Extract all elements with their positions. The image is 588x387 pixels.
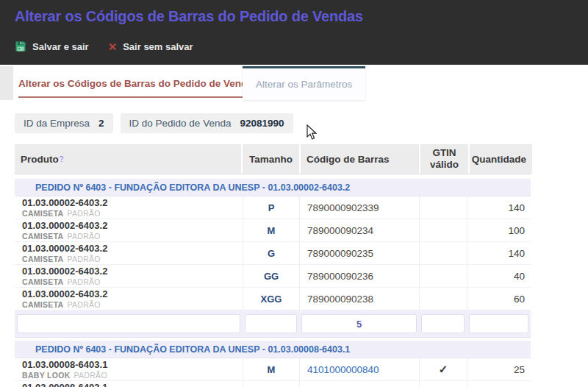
exit-without-saving-label: Sair sem salvar [123, 41, 193, 52]
gtin-valid-cell [419, 196, 467, 219]
table-row: 01.03.00002-6403.2CAMISETAPADRÃOM7890000… [15, 219, 531, 242]
gtin-valid-cell [419, 242, 467, 264]
product-code: 01.03.00008-6403.1 [22, 360, 107, 371]
table-row: 01.03.00002-6403.2CAMISETAPADRÃOGG789000… [15, 265, 531, 288]
barcode-cell[interactable]: 789000090238 [299, 288, 419, 310]
column-header-produto: Produto? [15, 144, 241, 174]
barcode-cell[interactable]: 7890000902339 [299, 196, 419, 219]
product-name: CAMISETA [22, 209, 63, 218]
quantity-cell [467, 381, 531, 387]
product-cell: 01.03.00002-6403.2CAMISETAPADRÃO [15, 242, 243, 264]
table-row: 01.03.00008-6403.1BABY LOOKPADRÃO✓ [15, 381, 531, 387]
product-description: CAMISETAPADRÃO [22, 300, 101, 310]
product-name: CAMISETA [22, 277, 63, 286]
size-cell: M [243, 358, 299, 380]
save-and-exit-label: Salvar e sair [32, 41, 89, 52]
product-cell: 01.03.00002-6403.2CAMISETAPADRÃO [15, 196, 243, 219]
gtin-valid-cell [419, 265, 467, 287]
product-cell: 01.03.00008-6403.1BABY LOOKPADRÃO [15, 381, 243, 387]
order-group-header: PEDIDO Nº 6403 - FUNDAÇÃO EDITORA DA UNE… [15, 179, 531, 196]
summary-cell: 5 [299, 310, 419, 337]
product-variant: PADRÃO [67, 209, 100, 218]
product-code: 01.03.00002-6403.2 [22, 198, 107, 209]
product-variant: PADRÃO [67, 300, 100, 309]
table-row: 01.03.00002-6403.2CAMISETAPADRÃOG7890000… [15, 242, 531, 265]
column-header-gtin-valido: GTIN válido [420, 144, 468, 174]
product-code: 01.03.00002-6403.2 [22, 266, 107, 277]
product-variant: PADRÃO [67, 277, 100, 286]
product-code: 01.03.00002-6403.2 [22, 244, 107, 255]
product-code: 01.03.00002-6403.2 [22, 289, 107, 300]
quantity-cell: 40 [467, 265, 531, 287]
company-id-label: ID da Empresa [24, 118, 90, 129]
order-group-header: PEDIDO Nº 6403 - FUNDAÇÃO EDITORA DA UNE… [15, 341, 531, 358]
product-code: 01.03.00002-6403.2 [22, 221, 107, 232]
company-id-value: 2 [98, 118, 104, 129]
sales-order-id-field: ID do Pedido de Venda 92081990 [121, 113, 293, 133]
table-body: PEDIDO Nº 6403 - FUNDAÇÃO EDITORA DA UNE… [15, 179, 531, 387]
page-title: Alterar os Códigos de Barras do Pedido d… [15, 8, 363, 25]
gtin-valid-cell: ✓ [419, 358, 467, 380]
summary-quantity-box[interactable] [469, 314, 528, 333]
quantity-cell: 140 [467, 242, 531, 264]
size-cell [243, 381, 299, 387]
quantity-cell: 140 [467, 196, 531, 219]
table-row: 01.03.00002-6403.2CAMISETAPADRÃOP7890000… [15, 196, 531, 219]
barcode-cell[interactable]: 789000090234 [299, 219, 419, 241]
size-cell: G [243, 242, 299, 264]
save-and-exit-button[interactable]: Salvar e sair [15, 40, 89, 52]
size-cell: XGG [243, 288, 299, 310]
mouse-cursor [306, 124, 318, 141]
product-variant: PADRÃO [67, 255, 100, 263]
column-header-quantidade: Quantidade [470, 144, 532, 174]
product-cell: 01.03.00008-6403.1BABY LOOKPADRÃO [15, 358, 243, 380]
produto-help-icon[interactable]: ? [60, 155, 64, 163]
size-cell: M [243, 219, 299, 241]
table-row: 01.03.00002-6403.2CAMISETAPADRÃOXGG78900… [15, 288, 531, 310]
gtin-valid-cell [419, 219, 467, 241]
sales-order-id-label: ID do Pedido de Venda [129, 118, 232, 129]
close-x-icon: ✕ [108, 41, 118, 52]
product-description: CAMISETAPADRÃO [22, 277, 101, 287]
product-name: CAMISETA [22, 232, 63, 241]
barcode-cell[interactable] [299, 381, 419, 387]
gtin-valid-cell: ✓ [419, 381, 467, 387]
summary-size-box[interactable] [245, 314, 297, 333]
product-code: 01.03.00008-6403.1 [22, 383, 107, 387]
save-icon [15, 40, 26, 52]
tabstrip-gutter [0, 66, 13, 100]
product-variant: PADRÃO [74, 371, 107, 380]
summary-barcode-count-box[interactable]: 5 [301, 314, 417, 333]
exit-without-saving-button[interactable]: ✕ Sair sem salvar [108, 41, 193, 52]
group-summary-row: 5 [15, 310, 531, 338]
company-id-field: ID da Empresa 2 [15, 113, 113, 133]
sales-order-id-value: 92081990 [240, 118, 284, 129]
product-cell: 01.03.00002-6403.2CAMISETAPADRÃO [15, 265, 243, 287]
tab-alterar-parametros[interactable]: Alterar os Parâmetros [243, 66, 365, 100]
toolbar: Salvar e sair ✕ Sair sem salvar [15, 40, 193, 52]
barcode-cell[interactable]: 789000090235 [299, 242, 419, 264]
gtin-valid-cell [419, 288, 467, 310]
summary-cell [15, 310, 243, 337]
product-name: CAMISETA [22, 300, 63, 309]
summary-cell [243, 310, 299, 337]
product-description: CAMISETAPADRÃO [22, 232, 101, 241]
table-header-row: Produto? Tamanho Código de Barras GTIN v… [15, 144, 531, 174]
product-description: CAMISETAPADRÃO [22, 255, 101, 264]
table-row: 01.03.00008-6403.1BABY LOOKPADRÃOM410100… [15, 358, 531, 381]
tab-alterar-codigos[interactable]: Alterar os Códigos de Barras do Pedido d… [13, 66, 267, 101]
summary-cell [419, 310, 467, 337]
size-cell: P [243, 196, 299, 219]
barcode-table: Produto? Tamanho Código de Barras GTIN v… [15, 144, 531, 387]
summary-product-box[interactable] [17, 314, 240, 333]
summary-gtin-box[interactable] [421, 314, 465, 333]
product-cell: 01.03.00002-6403.2CAMISETAPADRÃO [15, 219, 243, 241]
product-name: CAMISETA [22, 255, 63, 263]
product-variant: PADRÃO [67, 232, 100, 241]
barcode-cell[interactable]: 4101000000840 [299, 358, 419, 380]
order-info-bar: ID da Empresa 2 ID do Pedido de Venda 92… [15, 113, 293, 133]
product-description: CAMISETAPADRÃO [22, 209, 101, 219]
product-description: BABY LOOKPADRÃO [22, 371, 107, 380]
column-header-tamanho: Tamanho [243, 144, 299, 174]
barcode-cell[interactable]: 789000090236 [299, 265, 419, 287]
